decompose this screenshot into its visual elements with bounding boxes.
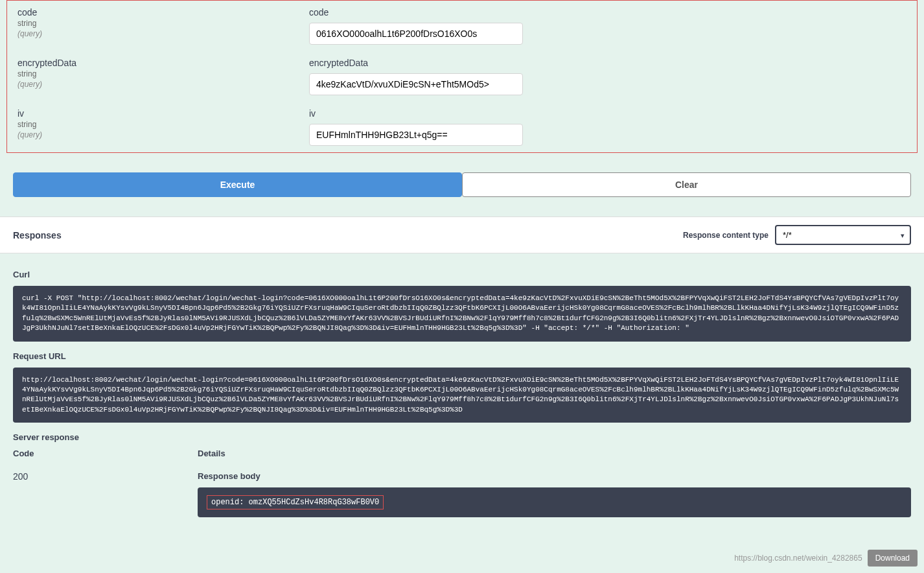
request-url-title: Request URL bbox=[13, 351, 911, 361]
button-row: Execute Clear bbox=[13, 172, 911, 197]
response-code: 200 bbox=[13, 471, 198, 517]
field-label: code bbox=[309, 7, 907, 18]
param-type: string bbox=[17, 19, 309, 28]
param-name: iv bbox=[17, 108, 309, 119]
param-location: (query) bbox=[17, 130, 309, 139]
request-url-block[interactable]: http://localhost:8002/wechat/login/wecha… bbox=[13, 368, 911, 423]
field-label: iv bbox=[309, 108, 907, 119]
curl-block[interactable]: curl -X POST "http://localhost:8002/wech… bbox=[13, 286, 911, 342]
param-type: string bbox=[17, 69, 309, 78]
param-location: (query) bbox=[17, 29, 309, 38]
param-row-code: code string (query) code bbox=[7, 1, 917, 51]
response-body-label: Response body bbox=[198, 471, 911, 481]
details-header: Details bbox=[198, 449, 911, 458]
code-input[interactable] bbox=[309, 23, 523, 45]
content-type-select[interactable]: */* bbox=[775, 225, 911, 245]
param-row-iv: iv string (query) iv bbox=[7, 102, 917, 152]
param-row-encrypteddata: encryptedData string (query) encryptedDa… bbox=[7, 51, 917, 102]
curl-title: Curl bbox=[13, 270, 911, 279]
content-type-label: Response content type bbox=[683, 231, 768, 240]
execute-button[interactable]: Execute bbox=[13, 172, 462, 197]
server-response-title: Server response bbox=[13, 432, 911, 442]
param-name: code bbox=[17, 7, 309, 18]
code-header: Code bbox=[13, 449, 198, 458]
parameters-box: code string (query) code encryptedData s… bbox=[6, 0, 918, 153]
param-type: string bbox=[17, 120, 309, 129]
encrypteddata-input[interactable] bbox=[309, 73, 523, 95]
field-label: encryptedData bbox=[309, 58, 907, 68]
clear-button[interactable]: Clear bbox=[462, 172, 911, 197]
response-body-block[interactable]: openid: omzXQ55HCdZsHv4R8RqG38wFB0V0 bbox=[198, 487, 911, 517]
response-body-content: openid: omzXQ55HCdZsHv4R8RqG38wFB0V0 bbox=[207, 495, 384, 509]
responses-header: Responses Response content type */* ▾ bbox=[0, 216, 924, 253]
param-location: (query) bbox=[17, 80, 309, 89]
responses-title: Responses bbox=[13, 230, 62, 240]
param-name: encryptedData bbox=[17, 58, 309, 68]
iv-input[interactable] bbox=[309, 124, 523, 146]
